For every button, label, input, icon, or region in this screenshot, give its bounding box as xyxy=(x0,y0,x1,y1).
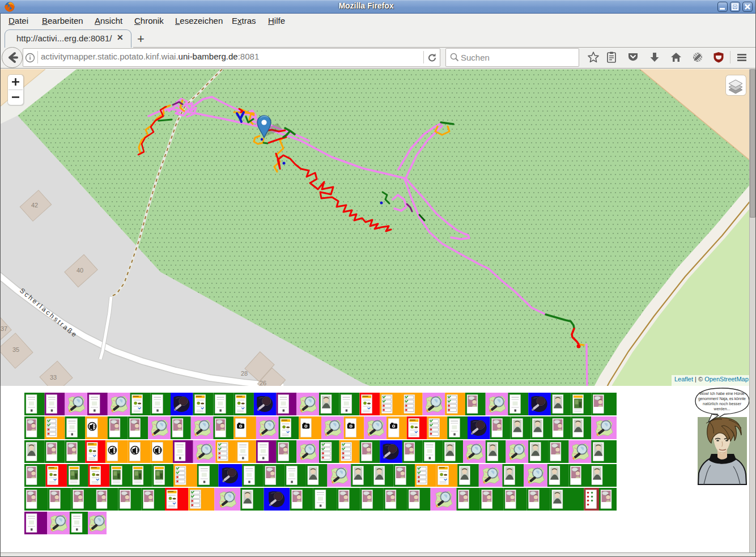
svg-text:natürlich noch besser: natürlich noch besser xyxy=(703,402,742,406)
svg-text:28: 28 xyxy=(241,370,248,377)
svg-text:37: 37 xyxy=(1,325,7,332)
svg-text:33: 33 xyxy=(50,374,57,381)
svg-text:Wow! Ich habe eine Hürde: Wow! Ich habe eine Hürde xyxy=(699,392,745,396)
svg-text:42: 42 xyxy=(31,202,38,209)
svg-text:genommen! Naja, es könnte: genommen! Naja, es könnte xyxy=(698,397,746,401)
svg-text:35: 35 xyxy=(12,346,19,353)
svg-text:26: 26 xyxy=(260,380,266,386)
svg-text:40: 40 xyxy=(77,267,83,274)
svg-text:werden...: werden... xyxy=(713,407,730,411)
